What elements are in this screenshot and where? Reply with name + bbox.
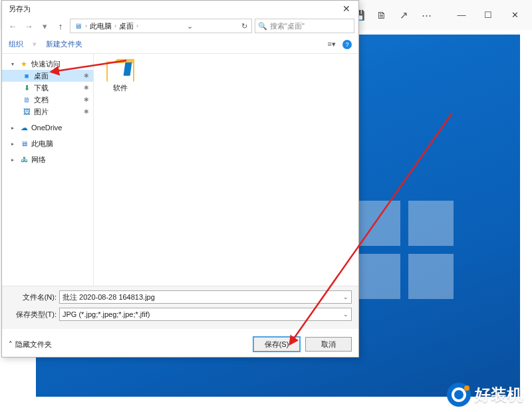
more-icon[interactable]: ⋯ bbox=[416, 6, 436, 25]
pin-icon: ✱ bbox=[84, 84, 89, 91]
chevron-right-icon: › bbox=[85, 23, 87, 29]
share-icon[interactable]: ↗ bbox=[394, 6, 414, 25]
filename-value: 批注 2020-08-28 164813.jpg bbox=[63, 292, 155, 302]
onedrive-icon: ☁ bbox=[19, 124, 29, 132]
minimize-icon[interactable]: — bbox=[450, 6, 473, 25]
cancel-button[interactable]: 取消 bbox=[305, 337, 352, 352]
chevron-right-icon: ▸ bbox=[11, 125, 17, 131]
network-icon: 🖧 bbox=[19, 155, 29, 163]
crumb-leaf[interactable]: 桌面 bbox=[119, 21, 134, 31]
chevron-right-icon: › bbox=[114, 23, 116, 29]
forward-icon[interactable]: → bbox=[22, 19, 35, 33]
sidebar-item-label: 此电脑 bbox=[31, 139, 53, 149]
chevron-up-icon: ˄ bbox=[9, 340, 13, 349]
organize-button[interactable]: 组织 bbox=[9, 39, 23, 49]
star-icon: ★ bbox=[19, 60, 29, 68]
chevron-right-icon: › bbox=[136, 23, 138, 29]
sidebar-item-documents[interactable]: 🗎 文档 ✱ bbox=[2, 94, 93, 106]
sidebar-onedrive[interactable]: ▸ ☁ OneDrive bbox=[2, 122, 93, 134]
windows-logo bbox=[355, 201, 454, 299]
pin-icon: ✱ bbox=[84, 72, 89, 79]
new-folder-button[interactable]: 新建文件夹 bbox=[46, 39, 82, 49]
filetype-value: JPG (*.jpg;*.jpeg;*.jpe;*.jfif) bbox=[63, 310, 150, 318]
hide-folders-toggle[interactable]: ˄ 隐藏文件夹 bbox=[9, 340, 52, 350]
breadcrumb[interactable]: 🖥 › 此电脑 › 桌面 › ⌄ ↻ bbox=[70, 19, 252, 33]
search-icon: 🔍 bbox=[258, 22, 267, 31]
nav-row: ← → ▾ ↑ 🖥 › 此电脑 › 桌面 › ⌄ ↻ 🔍 搜索"桌面" bbox=[2, 17, 358, 35]
pc-icon: 🖥 bbox=[73, 22, 82, 30]
watermark-text: 好装机 bbox=[475, 384, 523, 405]
hide-folders-label: 隐藏文件夹 bbox=[15, 340, 52, 350]
dropdown-icon[interactable]: ⌄ bbox=[343, 311, 348, 318]
sidebar-item-pictures[interactable]: 🖼 图片 ✱ bbox=[2, 106, 93, 118]
close-icon[interactable]: ✕ bbox=[338, 2, 354, 15]
dialog-footer: 文件名(N): 批注 2020-08-28 164813.jpg ⌄ 保存类型(… bbox=[2, 286, 358, 329]
folder-icon: ■ bbox=[22, 72, 31, 80]
sidebar-item-label: 网络 bbox=[31, 155, 46, 165]
dialog-actions: ˄ 隐藏文件夹 保存(S) 取消 bbox=[2, 329, 358, 357]
pc-icon: 🖥 bbox=[19, 140, 29, 148]
filetype-label: 保存类型(T): bbox=[9, 310, 57, 320]
up-icon[interactable]: ↑ bbox=[54, 19, 67, 33]
pin-icon: ✱ bbox=[84, 96, 89, 103]
sidebar-thispc[interactable]: ▸ 🖥 此电脑 bbox=[2, 138, 93, 150]
filename-label: 文件名(N): bbox=[9, 292, 57, 302]
watermark-logo bbox=[447, 383, 471, 407]
sidebar-item-label: 文档 bbox=[34, 95, 49, 105]
sidebar-item-desktop[interactable]: ■ 桌面 ✱ bbox=[2, 70, 93, 82]
rotate-icon[interactable]: 🗎 bbox=[371, 6, 391, 25]
maximize-icon[interactable]: ☐ bbox=[476, 6, 500, 25]
save-button[interactable]: 保存(S) bbox=[253, 337, 300, 352]
dialog-titlebar: 另存为 ✕ bbox=[2, 1, 358, 17]
chevron-down-icon: ▾ bbox=[11, 61, 17, 67]
back-icon[interactable]: ← bbox=[6, 19, 19, 33]
dropdown-icon[interactable]: ⌄ bbox=[343, 294, 348, 300]
save-as-dialog: 另存为 ✕ ← → ▾ ↑ 🖥 › 此电脑 › 桌面 › ⌄ ↻ 🔍 搜索"桌面… bbox=[1, 0, 359, 358]
list-item[interactable]: 软件 bbox=[100, 58, 140, 93]
pin-icon: ✱ bbox=[84, 108, 89, 115]
dialog-title: 另存为 bbox=[9, 4, 31, 14]
sidebar-item-label: 桌面 bbox=[34, 71, 49, 81]
chevron-right-icon: ▸ bbox=[11, 141, 17, 147]
sidebar-item-downloads[interactable]: ⬇ 下载 ✱ bbox=[2, 82, 93, 94]
folder-icon bbox=[106, 58, 134, 82]
sidebar-quick-access[interactable]: ▾ ★ 快速访问 bbox=[2, 58, 93, 70]
search-placeholder: 搜索"桌面" bbox=[270, 21, 305, 31]
pic-icon: 🖼 bbox=[22, 108, 31, 116]
chevron-right-icon: ▸ bbox=[11, 157, 17, 163]
sidebar-network[interactable]: ▸ 🖧 网络 bbox=[2, 154, 93, 165]
recent-icon[interactable]: ▾ bbox=[38, 19, 51, 33]
doc-icon: 🗎 bbox=[22, 96, 31, 104]
item-label: 软件 bbox=[113, 83, 128, 93]
watermark: 好装机 bbox=[447, 383, 523, 407]
sidebar: ▾ ★ 快速访问 ■ 桌面 ✱ ⬇ 下载 ✱ 🗎 文档 ✱ bbox=[2, 54, 94, 286]
sidebar-item-label: 图片 bbox=[34, 107, 49, 117]
help-icon[interactable]: ? bbox=[342, 40, 352, 49]
dialog-body: ▾ ★ 快速访问 ■ 桌面 ✱ ⬇ 下载 ✱ 🗎 文档 ✱ bbox=[2, 54, 358, 286]
sidebar-item-label: OneDrive bbox=[31, 124, 62, 132]
sidebar-item-label: 下载 bbox=[34, 83, 49, 93]
search-input[interactable]: 🔍 搜索"桌面" bbox=[255, 19, 354, 33]
dropdown-icon[interactable]: ⌄ bbox=[187, 22, 194, 31]
crumb-root[interactable]: 此电脑 bbox=[90, 21, 112, 31]
filetype-select[interactable]: JPG (*.jpg;*.jpeg;*.jpe;*.jfif) ⌄ bbox=[59, 308, 352, 321]
view-icon[interactable]: ≡▾ bbox=[328, 40, 336, 49]
filename-input[interactable]: 批注 2020-08-28 164813.jpg ⌄ bbox=[59, 290, 352, 304]
sidebar-item-label: 快速访问 bbox=[31, 59, 61, 69]
refresh-icon[interactable]: ↻ bbox=[241, 22, 249, 31]
close-icon[interactable]: ✕ bbox=[503, 6, 527, 25]
dialog-toolbar: 组织 ▾ 新建文件夹 ≡▾ ? bbox=[2, 35, 358, 54]
file-list[interactable]: 软件 bbox=[94, 54, 358, 286]
download-icon: ⬇ bbox=[22, 84, 31, 92]
